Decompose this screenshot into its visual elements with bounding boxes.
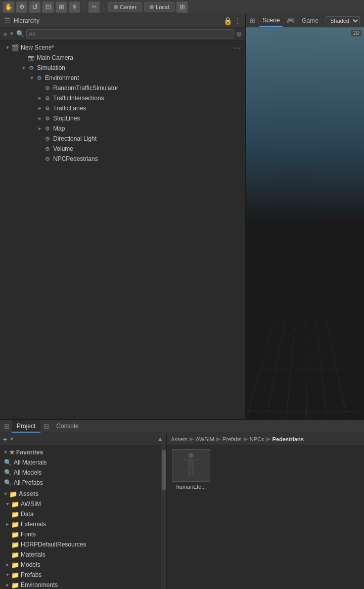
scene-tabs: ⊞ Scene 🎮 Game Shaded bbox=[246, 14, 364, 27]
tree-item-rts[interactable]: ⚙ RandomTrafficSimulator bbox=[0, 83, 245, 93]
transform-tool-icon[interactable]: ✳ bbox=[69, 2, 80, 13]
tab-console[interactable]: Console bbox=[51, 420, 83, 433]
rts-icon: ⚙ bbox=[43, 84, 52, 92]
folder-models[interactable]: 📁 Models bbox=[0, 560, 161, 570]
item-label: AWSIM bbox=[21, 500, 41, 508]
all-models[interactable]: 🔍 All Models bbox=[0, 468, 161, 478]
tree-item-directional-light[interactable]: ⚙ Directional Light bbox=[0, 134, 245, 144]
file-browser-inner: ★ Favorites 🔍 All Materials 🔍 All Models… bbox=[0, 445, 166, 589]
svg-rect-2 bbox=[188, 467, 191, 476]
svg-rect-3 bbox=[192, 467, 194, 476]
asset-item-humanele[interactable]: humanEle... bbox=[171, 449, 211, 490]
env-expand bbox=[28, 74, 35, 81]
asset-thumbnail bbox=[172, 449, 210, 482]
item-label: Environment bbox=[45, 74, 79, 81]
hierarchy-panel: ☰ Hierarchy 🔒 ⋮ + ▼ 🔍 ⊕ 🎬 New Scene* bbox=[0, 14, 246, 419]
tree-item-sl[interactable]: ⚙ StopLines bbox=[0, 113, 245, 123]
tl-icon: ⚙ bbox=[43, 104, 52, 112]
toolbar-sep-1 bbox=[84, 3, 84, 12]
add-arrow[interactable]: ▼ bbox=[9, 31, 14, 36]
tree-item-simulation[interactable]: ⚙ Simulation bbox=[0, 63, 245, 73]
tree-item-environment[interactable]: ⚙ Environment bbox=[0, 73, 245, 83]
search-sm-icon: 🔍 bbox=[4, 479, 12, 486]
folder-fonts[interactable]: 📁 Fonts bbox=[0, 529, 161, 539]
tree-item-ti[interactable]: ⚙ TrafficIntersections bbox=[0, 93, 245, 103]
folder-hdrp[interactable]: 📁 HDRPDefaultResources bbox=[0, 539, 161, 550]
favorites-header[interactable]: ★ Favorites bbox=[0, 447, 161, 457]
ext-expand bbox=[4, 521, 11, 528]
folder-materials[interactable]: 📁 Materials bbox=[0, 550, 161, 560]
search-icon: 🔍 bbox=[16, 30, 24, 37]
svg-rect-1 bbox=[188, 459, 194, 467]
breadcrumb-pedestrians[interactable]: Pedestrians bbox=[272, 436, 304, 442]
item-label: RandomTrafficSimulator bbox=[53, 85, 118, 92]
rotate-tool-icon[interactable]: ↺ bbox=[29, 2, 40, 13]
hierarchy-title: Hierarchy bbox=[14, 17, 39, 24]
tab-game[interactable]: Game bbox=[299, 14, 322, 27]
local-dot bbox=[150, 5, 154, 9]
center-dot bbox=[114, 5, 118, 9]
bc-sep-1: ▶ bbox=[190, 436, 194, 442]
scale-tool-icon[interactable]: ⊡ bbox=[42, 2, 54, 13]
lock-icon[interactable]: 🔒 bbox=[223, 17, 232, 25]
grid-overlay bbox=[246, 320, 364, 419]
filter-icon[interactable]: ⊕ bbox=[236, 30, 242, 38]
breadcrumb-prefabs[interactable]: Prefabs bbox=[222, 436, 242, 442]
item-label: All Models bbox=[14, 469, 41, 476]
local-button[interactable]: Local bbox=[144, 2, 174, 12]
add-button[interactable]: + bbox=[3, 30, 7, 38]
breadcrumb-bar: Assets ▶ AWSIM ▶ Prefabs ▶ NPCs ▶ Pedest… bbox=[167, 433, 364, 445]
center-button[interactable]: Center bbox=[108, 2, 142, 12]
rect-tool-icon[interactable]: ⊞ bbox=[56, 2, 67, 13]
all-materials[interactable]: 🔍 All Materials bbox=[0, 457, 161, 468]
tree-item-map[interactable]: ⚙ Map bbox=[0, 123, 245, 134]
scroll-thumb[interactable] bbox=[162, 450, 166, 490]
search-right: ⊕ bbox=[236, 30, 242, 38]
asset-view: Assets ▶ AWSIM ▶ Prefabs ▶ NPCs ▶ Pedest… bbox=[167, 433, 364, 589]
env-icon: ⚙ bbox=[35, 74, 43, 82]
map-expand bbox=[36, 125, 43, 132]
scroll-bar[interactable] bbox=[161, 445, 166, 589]
scene-menu-dots[interactable]: ⋯ bbox=[233, 43, 241, 53]
search-sm-icon: 🔍 bbox=[4, 469, 12, 476]
breadcrumb-awsim[interactable]: AWSIM bbox=[196, 436, 214, 442]
scroll-up-icon[interactable]: ▲ bbox=[157, 435, 163, 443]
more-icon[interactable]: ⋮ bbox=[234, 17, 241, 25]
scene-canvas[interactable]: 2D bbox=[246, 27, 364, 419]
scene-root[interactable]: 🎬 New Scene* ⋯ bbox=[0, 43, 245, 53]
shaded-dropdown[interactable]: Shaded bbox=[326, 16, 360, 25]
svg-rect-5 bbox=[195, 458, 199, 461]
search-sm-icon: 🔍 bbox=[4, 459, 12, 466]
tab-scene[interactable]: Scene bbox=[259, 14, 283, 27]
custom-tool-icon[interactable]: ✂ bbox=[88, 2, 100, 13]
svg-rect-4 bbox=[184, 458, 188, 461]
add-button-bottom[interactable]: + bbox=[3, 435, 7, 443]
hand-tool-icon[interactable]: ✋ bbox=[3, 2, 14, 13]
search-input[interactable] bbox=[26, 29, 234, 38]
tree-item-main-camera[interactable]: 📷 Main Camera bbox=[0, 53, 245, 63]
tree-item-npc[interactable]: ⚙ NPCPedestrians bbox=[0, 154, 245, 164]
folder-externals[interactable]: 📁 Externals bbox=[0, 519, 161, 529]
models-expand bbox=[4, 561, 11, 568]
assets-header[interactable]: 📁 Assets bbox=[0, 489, 161, 499]
search-bar: + ▼ 🔍 ⊕ bbox=[0, 27, 245, 40]
console-icon: ⊟ bbox=[43, 423, 49, 430]
add-arrow-bottom[interactable]: ▼ bbox=[9, 436, 14, 442]
tree-item-volume[interactable]: ⚙ Volume bbox=[0, 144, 245, 154]
folder-prefabs[interactable]: 📁 Prefabs bbox=[0, 570, 161, 580]
toolbar-sep-2 bbox=[104, 3, 104, 12]
item-label: Main Camera bbox=[37, 54, 73, 61]
scene-name: New Scene* bbox=[21, 44, 54, 51]
tree-item-tl[interactable]: ⚙ TrafficLanes bbox=[0, 103, 245, 113]
folder-environments[interactable]: 📁 Environments bbox=[0, 580, 161, 589]
map-icon: ⚙ bbox=[43, 124, 52, 133]
folder-data[interactable]: 📁 Data bbox=[0, 509, 161, 519]
breadcrumb-assets[interactable]: Assets bbox=[171, 436, 188, 442]
move-tool-icon[interactable]: ✥ bbox=[16, 2, 27, 13]
bottom-panel: ⊞ Project ⊟ Console + ▼ ▲ bbox=[0, 419, 364, 589]
breadcrumb-npcs[interactable]: NPCs bbox=[250, 436, 264, 442]
grid-icon[interactable]: ⊞ bbox=[176, 2, 188, 13]
tab-project[interactable]: Project bbox=[12, 420, 40, 433]
all-prefabs[interactable]: 🔍 All Prefabs bbox=[0, 478, 161, 488]
folder-awsim[interactable]: 📁 AWSIM bbox=[0, 499, 161, 509]
